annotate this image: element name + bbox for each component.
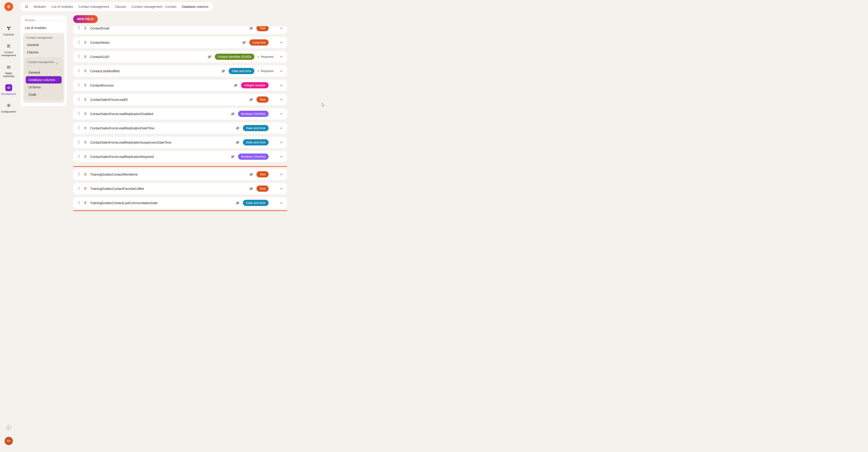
- field-name[interactable]: ContactEmail: [90, 27, 184, 30]
- chevron-down-icon[interactable]: [280, 127, 283, 130]
- delete-icon[interactable]: [84, 98, 87, 101]
- drag-handle-icon[interactable]: [77, 141, 81, 144]
- home-icon[interactable]: [25, 5, 28, 9]
- chevron-down-icon[interactable]: [280, 69, 283, 73]
- field-name[interactable]: ContactSalesForceLeadReplicationDisabled: [90, 112, 184, 116]
- delete-icon[interactable]: [84, 155, 87, 158]
- visibility-off-icon[interactable]: [221, 69, 225, 73]
- delete-icon[interactable]: [84, 55, 87, 58]
- new-field-button[interactable]: NEW FIELD: [73, 15, 98, 23]
- rail-dev[interactable]: Development: [0, 82, 17, 100]
- field-name[interactable]: ContactSalesForceLeadID: [90, 98, 184, 101]
- info-button[interactable]: i: [6, 425, 11, 430]
- sidebar-item-general[interactable]: General: [26, 69, 62, 76]
- delete-icon[interactable]: [84, 112, 87, 116]
- field-name[interactable]: ContactBounces: [90, 84, 184, 87]
- chevron-right-icon: ›: [75, 5, 76, 8]
- visibility-off-icon[interactable]: [249, 98, 253, 102]
- field-type-badge: Boolean (Yes/No): [238, 153, 269, 160]
- svg-point-87: [79, 188, 80, 189]
- drag-handle-icon[interactable]: [77, 112, 81, 116]
- sidebar-item-general[interactable]: General: [24, 41, 63, 49]
- field-name[interactable]: TrainingGuidesContactFavoriteCoffee: [90, 187, 184, 190]
- svg-point-47: [79, 100, 80, 101]
- drag-handle-icon[interactable]: [77, 155, 81, 158]
- drag-handle-icon[interactable]: [77, 172, 81, 176]
- visibility-off-icon[interactable]: [208, 55, 212, 59]
- delete-icon[interactable]: [84, 84, 87, 87]
- chevron-down-icon[interactable]: [280, 187, 283, 190]
- field-name[interactable]: ContactLastModified: [90, 69, 184, 73]
- chevron-down-icon[interactable]: [280, 141, 283, 144]
- rail-config[interactable]: Configuration: [0, 100, 17, 117]
- chevron-down-icon[interactable]: [280, 27, 283, 30]
- dev-icon: [5, 84, 12, 91]
- svg-point-15: [79, 41, 80, 41]
- drag-handle-icon[interactable]: [77, 55, 81, 59]
- breadcrumb-item[interactable]: Contact management: [79, 5, 109, 8]
- field-name[interactable]: TrainingGuidesContactMemberId: [90, 173, 184, 176]
- field-name[interactable]: ContactGUID: [90, 55, 184, 59]
- app-logo[interactable]: [4, 2, 13, 11]
- delete-icon[interactable]: [84, 126, 87, 130]
- chevron-down-icon[interactable]: [280, 84, 283, 87]
- chevron-down-icon[interactable]: [280, 112, 283, 116]
- user-avatar[interactable]: GA: [5, 437, 13, 445]
- drag-handle-icon[interactable]: [77, 98, 81, 101]
- visibility-off-icon[interactable]: [236, 201, 240, 205]
- chevron-down-icon[interactable]: [280, 173, 283, 176]
- rail-marketing[interactable]: Digital marketing: [0, 61, 17, 82]
- delete-icon[interactable]: [84, 201, 87, 205]
- field-name[interactable]: TrainingGuidesContactLastCommunitationDa…: [90, 201, 184, 205]
- visibility-off-icon[interactable]: [242, 40, 246, 44]
- rail-channels[interactable]: Channels: [0, 23, 17, 40]
- visibility-off-icon[interactable]: [236, 126, 240, 130]
- visibility-off-icon[interactable]: [249, 187, 253, 191]
- visibility-off-icon[interactable]: [234, 83, 238, 87]
- chevron-down-icon[interactable]: [280, 98, 283, 101]
- svg-point-64: [79, 141, 80, 141]
- rail-content[interactable]: Content management: [0, 40, 17, 61]
- list-of-modules-link[interactable]: List of modules: [23, 24, 64, 32]
- chevron-down-icon[interactable]: [280, 55, 283, 58]
- breadcrumb-item[interactable]: List of modules: [51, 5, 73, 8]
- sidebar-item-classes[interactable]: Classes: [24, 49, 63, 56]
- delete-icon[interactable]: [84, 187, 87, 190]
- chevron-down-icon[interactable]: [280, 201, 283, 205]
- svg-point-38: [79, 85, 80, 85]
- drag-handle-icon[interactable]: [77, 201, 81, 205]
- chevron-down-icon[interactable]: [280, 155, 283, 158]
- visibility-off-icon[interactable]: [236, 141, 240, 145]
- visibility-off-icon[interactable]: [231, 112, 235, 116]
- drag-handle-icon[interactable]: [77, 126, 81, 130]
- drag-handle-icon[interactable]: [77, 26, 81, 30]
- svg-point-29: [79, 69, 80, 70]
- delete-icon[interactable]: [84, 69, 87, 73]
- field-name[interactable]: ContactNotes: [90, 41, 184, 44]
- svg-point-28: [78, 69, 79, 70]
- svg-point-77: [78, 173, 79, 173]
- breadcrumb-item[interactable]: Modules: [34, 5, 46, 8]
- sidebar-item-code[interactable]: Code: [26, 91, 62, 98]
- sidebar-item-database-columns[interactable]: Database columns: [26, 76, 62, 84]
- delete-icon[interactable]: [84, 41, 87, 44]
- field-name[interactable]: ContactSalesForceLeadReplicationRequired: [90, 155, 184, 158]
- drag-handle-icon[interactable]: [77, 187, 81, 190]
- drag-handle-icon[interactable]: [77, 40, 81, 44]
- svg-point-78: [79, 173, 80, 173]
- drag-handle-icon[interactable]: [77, 83, 81, 87]
- chevron-down-icon[interactable]: [280, 41, 283, 44]
- drag-handle-icon[interactable]: [77, 69, 81, 73]
- visibility-off-icon[interactable]: [249, 26, 253, 30]
- delete-icon[interactable]: [84, 141, 87, 144]
- field-name[interactable]: ContactSalesForceLeadReplicationSuspensi…: [90, 141, 184, 144]
- field-name[interactable]: ContactSalesForceLeadReplicationDateTime: [90, 126, 184, 130]
- breadcrumb-item[interactable]: Classes: [115, 5, 126, 8]
- visibility-off-icon[interactable]: [249, 172, 253, 177]
- sidebar-item-ui-forms[interactable]: UI forms: [26, 84, 62, 91]
- visibility-off-icon[interactable]: [231, 155, 235, 159]
- svg-point-74: [78, 157, 79, 158]
- breadcrumb-item[interactable]: Contact management - Contact: [131, 5, 177, 8]
- delete-icon[interactable]: [84, 173, 87, 176]
- delete-icon[interactable]: [84, 27, 87, 30]
